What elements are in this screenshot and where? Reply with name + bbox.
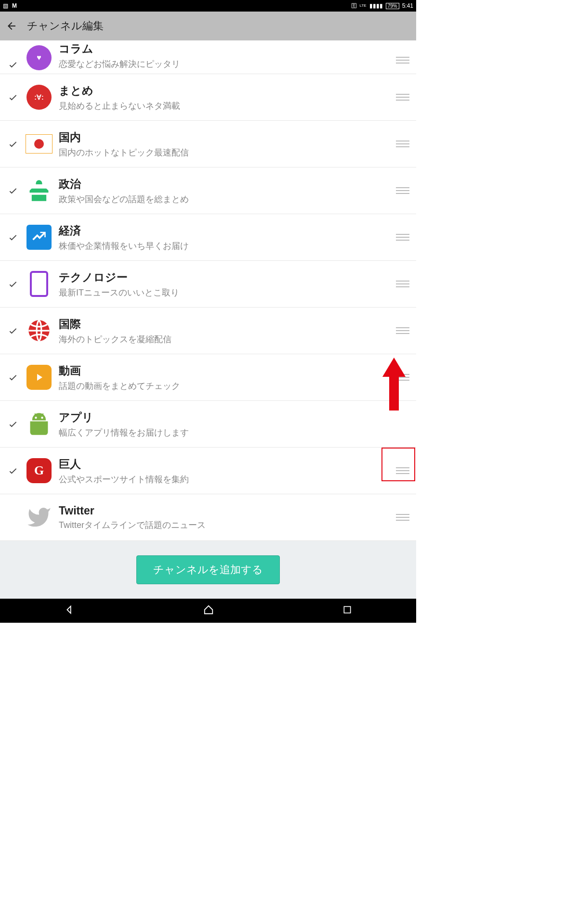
annotation-highlight-box: [381, 448, 415, 481]
check-icon[interactable]: [4, 185, 22, 196]
channel-icon: ♥: [22, 46, 56, 70]
channel-title: 動画: [59, 363, 393, 378]
check-icon[interactable]: [4, 59, 22, 70]
drag-handle-icon[interactable]: [393, 228, 412, 247]
channel-subtitle: 株価や企業情報をいち早くお届け: [59, 240, 393, 252]
drag-handle-icon[interactable]: [393, 274, 412, 294]
nav-recent-icon[interactable]: [342, 605, 352, 617]
channel-icon: [22, 407, 56, 441]
channel-title: 経済: [59, 223, 393, 238]
channel-icon: [22, 127, 56, 161]
drag-handle-icon[interactable]: [393, 181, 412, 200]
signal-icon: ▮▮▮▮: [369, 2, 383, 9]
channel-title: まとめ: [59, 83, 393, 98]
channel-row[interactable]: 国際海外のトピックスを凝縮配信: [0, 308, 416, 354]
channel-icon: :∀:: [22, 80, 56, 114]
channel-title: テクノロジー: [59, 270, 393, 285]
annotation-arrow-icon: [381, 358, 407, 411]
svg-point-1: [35, 417, 37, 419]
svg-point-2: [41, 417, 43, 419]
channel-subtitle: 幅広くアプリ情報をお届けします: [59, 427, 412, 438]
channel-row[interactable]: ♥ コラム 恋愛などお悩み解決にピッタリ: [0, 40, 416, 74]
check-icon[interactable]: [4, 419, 22, 429]
channel-icon: [22, 174, 56, 207]
channel-subtitle: 話題の動画をまとめてチェック: [59, 380, 393, 392]
channel-icon: G: [22, 454, 56, 488]
nav-home-icon[interactable]: [203, 604, 214, 617]
channel-row[interactable]: 国内国内のホットなトピック最速配信: [0, 121, 416, 167]
drag-handle-icon[interactable]: [393, 321, 412, 340]
status-bar: ▧ M ⚿ LTE ▮▮▮▮ 79% 5:41: [0, 0, 416, 12]
system-nav-bar: [0, 599, 416, 623]
drag-handle-icon[interactable]: [393, 51, 412, 70]
drag-handle-icon[interactable]: [393, 88, 412, 107]
add-channel-button[interactable]: チャンネルを追加する: [136, 555, 280, 584]
check-icon[interactable]: [4, 372, 22, 383]
channel-title: コラム: [59, 41, 393, 56]
drag-handle-icon[interactable]: [393, 508, 412, 527]
network-label: LTE: [360, 4, 367, 8]
channel-row[interactable]: TwitterTwitterタイムラインで話題のニュース: [0, 494, 416, 541]
clock-label: 5:41: [402, 2, 413, 9]
app-header: チャンネル編集: [0, 12, 416, 40]
gallery-icon: ▧: [3, 2, 8, 9]
channel-subtitle: 国内のホットなトピック最速配信: [59, 147, 393, 158]
channel-subtitle: 最新ITニュースのいいとこ取り: [59, 287, 393, 298]
page-title: チャンネル編集: [27, 19, 104, 33]
channel-icon: [22, 500, 56, 534]
channel-subtitle: 海外のトピックスを凝縮配信: [59, 334, 393, 345]
channel-icon: [22, 360, 56, 394]
vpn-key-icon: ⚿: [351, 2, 357, 9]
channel-row[interactable]: G 巨人公式やスポーツサイト情報を集約: [0, 448, 416, 494]
channel-subtitle: Twitterタイムラインで話題のニュース: [59, 519, 393, 531]
channel-row[interactable]: :∀: まとめ見始めると止まらないネタ満載: [0, 74, 416, 121]
drag-handle-icon[interactable]: [393, 134, 412, 154]
channel-row[interactable]: テクノロジー最新ITニュースのいいとこ取り: [0, 261, 416, 308]
channel-title: 国内: [59, 130, 393, 145]
channel-title: Twitter: [59, 504, 393, 517]
channel-title: アプリ: [59, 410, 412, 425]
channel-subtitle: 政策や国会などの話題を総まとめ: [59, 193, 393, 205]
channel-icon: [22, 314, 56, 347]
channel-subtitle: 恋愛などお悩み解決にピッタリ: [59, 58, 393, 70]
back-button[interactable]: [4, 18, 19, 34]
channel-row[interactable]: 動画話題の動画をまとめてチェック: [0, 354, 416, 401]
channel-icon: [22, 220, 56, 254]
channel-subtitle: 公式やスポーツサイト情報を集約: [59, 474, 393, 485]
channel-title: 国際: [59, 317, 393, 332]
nav-back-icon[interactable]: [64, 604, 75, 617]
channel-subtitle: 見始めると止まらないネタ満載: [59, 100, 393, 112]
channel-row[interactable]: アプリ幅広くアプリ情報をお届けします: [0, 401, 416, 448]
channel-list: ♥ コラム 恋愛などお悩み解決にピッタリ :∀: まとめ見始めると止まらないネタ…: [0, 40, 416, 541]
footer: チャンネルを追加する: [0, 541, 416, 599]
battery-label: 79%: [386, 3, 399, 9]
channel-icon: [22, 267, 56, 301]
check-icon[interactable]: [4, 92, 22, 103]
channel-row[interactable]: 政治政策や国会などの話題を総まとめ: [0, 167, 416, 214]
svg-rect-3: [344, 606, 350, 613]
channel-row[interactable]: 経済株価や企業情報をいち早くお届け: [0, 214, 416, 261]
check-icon[interactable]: [4, 139, 22, 149]
channel-title: 巨人: [59, 457, 393, 472]
app-icon: M: [12, 2, 17, 9]
check-icon[interactable]: [4, 325, 22, 336]
check-icon[interactable]: [4, 279, 22, 289]
channel-title: 政治: [59, 177, 393, 192]
check-icon[interactable]: [4, 232, 22, 243]
check-icon[interactable]: [4, 465, 22, 476]
